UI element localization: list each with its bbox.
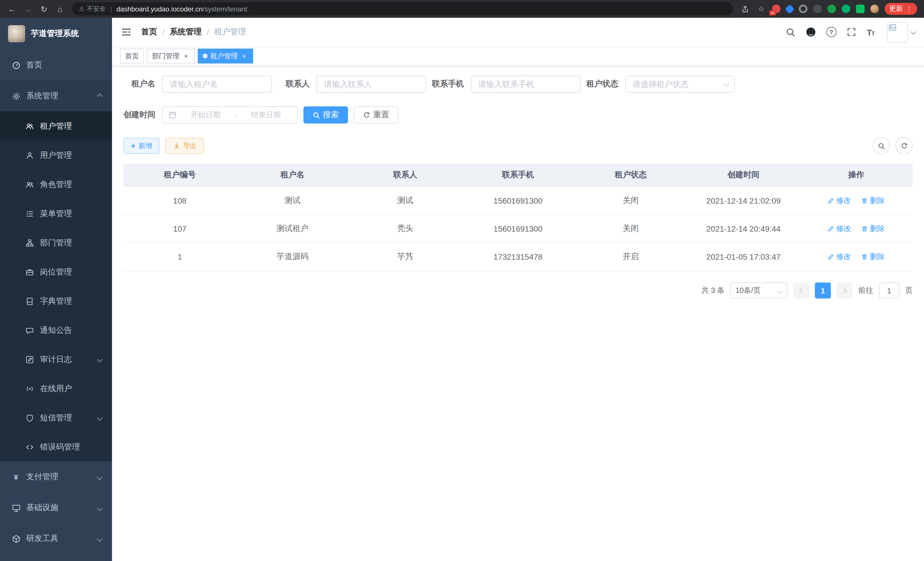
sidebar-item-label: 支付管理 [26,472,92,482]
extension-icon-red[interactable]: 10 [772,5,781,13]
github-icon[interactable] [806,27,816,38]
next-page-button[interactable] [837,283,853,299]
user-avatar-menu[interactable] [887,21,915,43]
profile-avatar[interactable] [870,5,879,13]
contact-label: 联系人 [278,79,310,89]
sidebar-item-sms[interactable]: 短信管理 [0,403,112,432]
sidebar-item-payment[interactable]: ¥ 支付管理 [0,462,112,492]
start-date-placeholder[interactable]: 开始日期 [180,110,231,120]
phone-input[interactable] [471,75,580,93]
close-icon[interactable]: × [241,52,248,60]
close-icon[interactable]: × [182,52,190,60]
add-button[interactable]: + 新增 [123,138,159,154]
delete-link[interactable]: 删除 [861,224,885,234]
tenant-name-input[interactable] [162,75,272,93]
sidebar-item-label: 短信管理 [40,413,92,423]
sidebar-item-user[interactable]: 用户管理 [0,141,112,170]
sidebar-item-error-code[interactable]: 错误码管理 [0,432,112,462]
sidebar-item-tenant[interactable]: 租户管理 [0,111,112,141]
sidebar-item-infrastructure[interactable]: 基础设施 [0,492,112,523]
sidebar-item-role[interactable]: 角色管理 [0,170,112,199]
help-icon[interactable]: ? [826,27,836,37]
share-icon[interactable] [740,4,750,14]
sidebar-item-label: 用户管理 [40,150,103,160]
breadcrumb-home[interactable]: 首页 [141,27,157,37]
page-number-1[interactable]: 1 [815,283,831,299]
chevron-down-icon [97,505,103,511]
status-select[interactable] [625,75,735,93]
page-content: 租户名 联系人 联系手机 租户状态 [112,66,924,561]
address-bar[interactable]: ⚠ 不安全 | dashboard.yudao.iocoder.cn/syste… [72,2,733,15]
browser-update-button[interactable]: 更新 ⋮ [885,3,917,15]
sidebar-item-post[interactable]: 岗位管理 [0,257,112,287]
tab-dept[interactable]: 部门管理 × [147,49,195,63]
export-button[interactable]: 导出 [165,138,204,154]
sidebar-item-system[interactable]: 系统管理 [0,81,112,111]
bookmark-star-icon[interactable]: ☆ [756,4,766,14]
extension-icon-blue[interactable] [785,4,795,14]
delete-link[interactable]: 删除 [861,252,885,262]
extension-icon-teal[interactable] [842,5,850,13]
search-icon[interactable] [785,27,796,38]
hamburger-icon[interactable] [121,26,132,38]
app-title: 芋道管理系统 [31,29,79,39]
cell-phone: 17321315478 [462,243,574,271]
browser-back-button[interactable]: ← [4,2,20,16]
delete-link[interactable]: 删除 [861,196,885,206]
chevron-down-icon [97,415,103,421]
tab-label: 租户管理 [210,51,238,61]
browser-reload-button[interactable]: ↻ [37,2,51,16]
sidebar-item-label: 在线用户 [40,384,103,394]
edit-link[interactable]: 修改 [828,196,851,206]
extension-icon-dark[interactable] [813,5,822,13]
sidebar-item-dict[interactable]: 字典管理 [0,287,112,316]
sidebar-item-audit-log[interactable]: 审计日志 [0,345,112,374]
sidebar-item-dept[interactable]: 部门管理 [0,228,112,257]
sidebar-item-menu[interactable]: 菜单管理 [0,199,112,228]
extension-icon-chat[interactable] [856,5,865,13]
extension-icon-ring[interactable] [799,5,807,13]
toggle-search-button[interactable] [873,137,890,154]
browser-home-button[interactable]: ⌂ [52,2,68,16]
app-logo [8,25,25,42]
fullscreen-icon[interactable] [846,27,857,38]
search-button[interactable]: 搜索 [303,106,348,123]
cell-tenant-name: 芋道源码 [236,243,349,271]
filter-row-2: 创建时间 开始日期 - 结束日期 [123,106,913,123]
font-size-icon[interactable]: TT [867,27,875,37]
active-dot [203,54,207,58]
browser-chrome: ← → ↻ ⌂ ⚠ 不安全 | dashboard.yudao.iocoder.… [0,0,924,18]
browser-forward-button[interactable]: → [21,2,35,16]
refresh-table-button[interactable] [896,137,913,154]
delete-link-label: 删除 [870,224,885,234]
org-tree-icon [25,238,34,247]
browser-menu-icon[interactable]: ⋮ [906,5,913,13]
sidebar-item-dev-tools[interactable]: 研发工具 [0,523,112,554]
extension-icon-green[interactable] [827,5,836,13]
extension-badge: 10 [769,10,776,15]
end-date-placeholder[interactable]: 结束日期 [240,110,291,120]
breadcrumb-system[interactable]: 系统管理 [170,27,202,37]
edit-link[interactable]: 修改 [828,252,851,262]
page-size-select[interactable]: 10条/页 [730,283,788,299]
edit-pen-icon [828,197,835,204]
sidebar-item-notice[interactable]: 通知公告 [0,316,112,345]
tab-home[interactable]: 首页 [120,49,144,63]
reset-button[interactable]: 重置 [354,106,398,123]
cell-status: 关闭 [574,187,687,215]
tab-tenant[interactable]: 租户管理 × [198,49,253,63]
status-select-input[interactable] [625,75,735,93]
contact-input[interactable] [316,75,426,93]
sidebar-item-home[interactable]: 首页 [0,50,112,81]
goto-page-input[interactable] [879,283,899,299]
sidebar-item-online-users[interactable]: 在线用户 [0,374,112,403]
filter-contact: 联系人 [278,75,426,93]
edit-link[interactable]: 修改 [828,224,851,234]
cell-created: 2021-12-14 20:49:44 [687,215,800,243]
trash-icon [861,253,868,260]
prev-page-button[interactable] [793,283,809,299]
date-range-picker[interactable]: 开始日期 - 结束日期 [162,106,298,123]
app-logo-row[interactable]: 芋道管理系统 [0,18,112,50]
security-warning[interactable]: ⚠ 不安全 [79,5,106,13]
cell-actions: 修改 删除 [800,187,913,215]
